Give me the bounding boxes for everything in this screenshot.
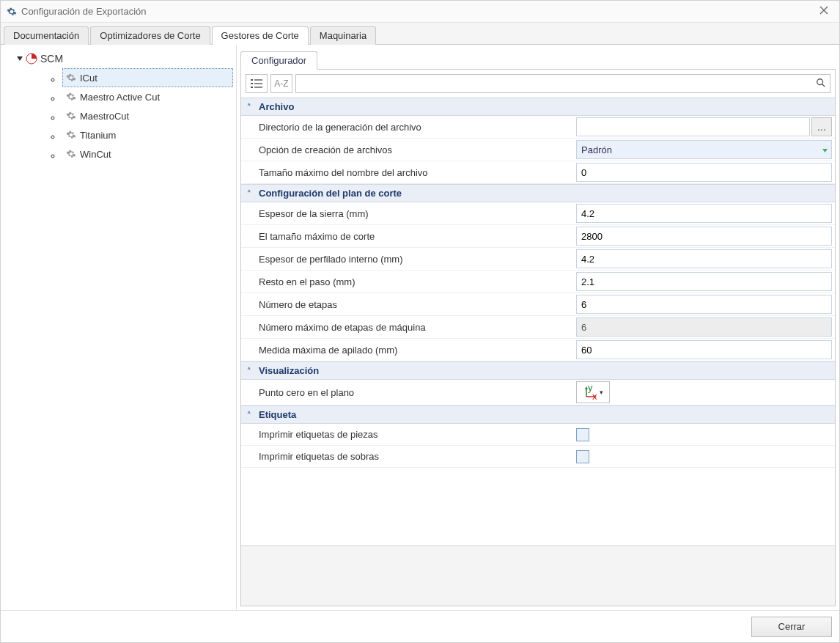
tree-item-label: MaestroCut: [80, 111, 129, 122]
select-value: Padrón: [581, 144, 612, 155]
section-title: Visualización: [259, 365, 319, 376]
tree-item[interactable]: MaestroCut: [62, 106, 233, 125]
section-title: Etiqueta: [259, 409, 296, 420]
property-value-cell: yx▾: [575, 380, 835, 405]
main-tabstrip: DocumentaciónOptimizadores de CorteGesto…: [1, 23, 839, 45]
checkbox[interactable]: [576, 450, 589, 463]
main-tab[interactable]: Documentación: [4, 26, 89, 45]
property-label: Número de etapas: [241, 295, 575, 314]
tree-item[interactable]: Maestro Active Cut: [62, 87, 233, 106]
svg-rect-1: [251, 79, 253, 81]
property-label: Imprimir etiquetas de piezas: [241, 425, 575, 444]
property-row: Espesor de la sierra (mm): [241, 202, 835, 225]
property-value-cell: [575, 161, 835, 183]
tree-pane: SCM ICutMaestro Active CutMaestroCutTita…: [1, 45, 237, 610]
main-tab[interactable]: Optimizadores de Corte: [90, 26, 210, 45]
tree-root-label: SCM: [40, 53, 63, 65]
property-row: Imprimir etiquetas de sobras: [241, 446, 835, 468]
tree-root-node[interactable]: SCM: [4, 49, 233, 68]
categorized-button[interactable]: [246, 74, 268, 93]
gear-icon: [65, 72, 77, 84]
svg-point-7: [817, 79, 823, 85]
property-row: Resto en el paso (mm): [241, 271, 835, 293]
titlebar: Configuración de Exportación: [1, 1, 839, 23]
close-button[interactable]: [814, 6, 833, 17]
text-field[interactable]: [576, 249, 832, 268]
svg-rect-5: [251, 87, 253, 88]
text-field[interactable]: [576, 295, 832, 314]
text-field[interactable]: [576, 227, 832, 246]
tree-item[interactable]: Titanium: [62, 125, 233, 144]
property-grid: ˄ArchivoDirectorio de la generación del …: [241, 98, 835, 545]
property-label: Tamaño máximo del nombre del archivo: [241, 163, 575, 182]
property-label: Opción de creación de archivos: [241, 141, 575, 159]
property-label: Imprimir etiquetas de sobras: [241, 447, 575, 466]
main-tab[interactable]: Gestores de Corte: [212, 26, 309, 45]
readonly-field: [576, 317, 832, 337]
property-value-cell: [575, 316, 835, 338]
property-row: Espesor de perfilado interno (mm): [241, 248, 835, 271]
svg-rect-6: [254, 87, 262, 88]
property-label: El tamaño máximo de corte: [241, 227, 575, 246]
tree-item[interactable]: WinCut: [62, 144, 233, 163]
gear-icon: [7, 7, 17, 17]
section-header[interactable]: ˄Visualización: [241, 361, 835, 380]
svg-line-8: [822, 84, 825, 87]
close-dialog-button[interactable]: Cerrar: [751, 617, 832, 637]
section-header[interactable]: ˄Etiqueta: [241, 405, 835, 424]
gear-icon: [65, 148, 77, 160]
tree-item[interactable]: ICut: [62, 68, 233, 87]
tab-configurador[interactable]: Configurador: [240, 51, 317, 70]
property-row: El tamaño máximo de corte: [241, 225, 835, 248]
sub-tabstrip: Configurador: [240, 48, 836, 69]
section-header[interactable]: ˄Archivo: [241, 98, 835, 116]
property-label: Número máximo de etapas de máquina: [241, 318, 575, 337]
property-row: Directorio de la generación del archivo…: [241, 116, 835, 139]
tree-item-label: Maestro Active Cut: [80, 92, 160, 103]
browse-button[interactable]: …: [811, 117, 832, 136]
dialog-window: Configuración de Exportación Documentaci…: [0, 0, 840, 643]
property-row: Imprimir etiquetas de piezas: [241, 424, 835, 446]
section-title: Archivo: [259, 101, 294, 112]
chevron-down-icon[interactable]: [15, 54, 24, 63]
property-label: Espesor de la sierra (mm): [241, 205, 575, 223]
property-row: Tamaño máximo del nombre del archivo: [241, 161, 835, 184]
property-row: Medida máxima de apilado (mm): [241, 339, 835, 361]
property-value-cell: [575, 202, 835, 224]
text-field[interactable]: [576, 272, 832, 291]
property-label: Medida máxima de apilado (mm): [241, 341, 575, 359]
property-value-cell: …: [575, 116, 835, 138]
chevron-up-icon: ˄: [247, 411, 251, 420]
property-value-cell: [575, 225, 835, 247]
property-value-cell: [575, 293, 835, 315]
property-row: Número de etapas: [241, 293, 835, 316]
text-field[interactable]: [576, 204, 832, 223]
property-label: Punto cero en el plano: [241, 383, 575, 402]
property-label: Resto en el paso (mm): [241, 273, 575, 291]
property-value-cell: [575, 427, 835, 443]
main-tab[interactable]: Maquinaria: [310, 26, 376, 45]
property-value-cell: [575, 271, 835, 293]
chevron-up-icon: ˄: [247, 103, 251, 112]
search-icon: [816, 78, 826, 90]
text-field[interactable]: [576, 340, 832, 359]
search-wrap: [295, 74, 830, 93]
property-label: Directorio de la generación del archivo: [241, 118, 575, 136]
chevron-up-icon: ˄: [247, 189, 251, 199]
chevron-down-icon: ▾: [822, 146, 828, 154]
tree-item-label: ICut: [80, 73, 97, 84]
text-field[interactable]: [576, 163, 832, 182]
checkbox[interactable]: [576, 428, 589, 441]
alphabetical-button[interactable]: A-Z: [270, 74, 292, 93]
select-field[interactable]: Padrón▾: [576, 140, 832, 159]
property-row: Opción de creación de archivosPadrón▾: [241, 139, 835, 161]
gear-icon: [65, 110, 77, 122]
property-row: Punto cero en el planoyx▾: [241, 380, 835, 405]
property-toolbar: A-Z: [241, 70, 835, 98]
search-input[interactable]: [295, 74, 830, 93]
file-path-input[interactable]: [576, 117, 810, 136]
origin-picker[interactable]: yx▾: [576, 381, 610, 403]
property-description-bar: [241, 545, 835, 606]
section-header[interactable]: ˄Configuración del plan de corte: [241, 184, 835, 202]
gear-icon: [65, 129, 77, 141]
